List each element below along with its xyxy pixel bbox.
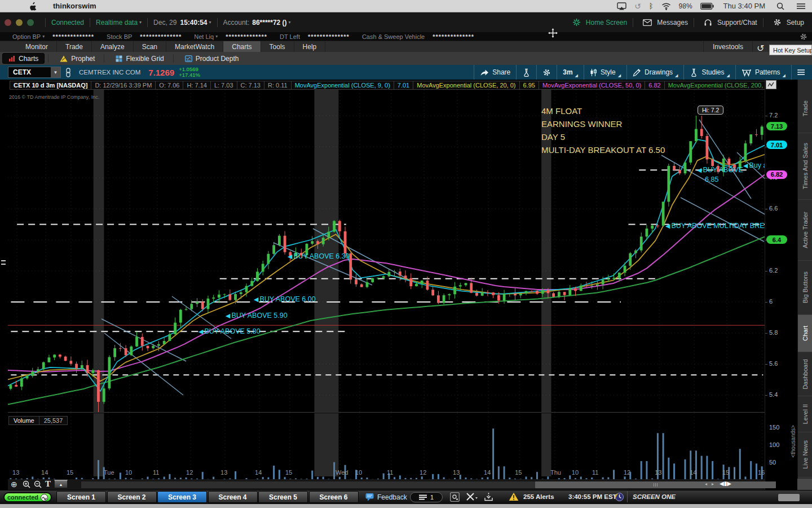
hotkey-history-icon[interactable]: ↺ xyxy=(757,43,764,54)
tab-scan[interactable]: Scan xyxy=(134,41,166,52)
subtab-flexible-grid[interactable]: Flexible Grid xyxy=(110,53,169,64)
screen-button-4[interactable]: Screen 4 xyxy=(208,491,258,503)
toolbar-button-studies[interactable]: Studies◢ xyxy=(683,65,735,80)
bluetooth-icon[interactable]: ᛒ xyxy=(645,0,657,12)
battery-percentage[interactable]: 98% xyxy=(675,0,696,12)
trade-settings-icon[interactable] xyxy=(450,492,460,502)
bottom-right-handle[interactable] xyxy=(778,494,800,501)
wifi-icon[interactable] xyxy=(657,0,675,12)
bp-label[interactable]: Net Liq xyxy=(194,33,214,40)
time-tick-label: 14 xyxy=(690,469,696,476)
airplay-icon[interactable] xyxy=(613,0,630,12)
gadget-tab-level-ii[interactable]: Level II xyxy=(798,396,812,432)
gadget-tab-dashboard[interactable]: Dashboard xyxy=(798,352,812,396)
bp-caret-icon[interactable]: ▾ xyxy=(42,34,45,39)
tab-marketwatch[interactable]: MarketWatch xyxy=(166,41,223,52)
screen-button-1[interactable]: Screen 1 xyxy=(56,491,106,503)
bottom-clock-icon[interactable] xyxy=(615,492,624,502)
study-label[interactable]: MovAvgExponential (CLOSE, 20, 0) xyxy=(413,81,519,90)
subtab-charts[interactable]: Charts xyxy=(2,53,45,64)
price-axis[interactable]: 7.276.86.66.46.265.85.65.47.137.016.826.… xyxy=(765,80,797,490)
toolbar-button-share[interactable]: Share xyxy=(474,65,516,80)
crosshair-tool-icon[interactable]: ⊕ xyxy=(11,480,17,489)
toolbar-button-style[interactable]: Style◢ xyxy=(584,65,626,80)
gadget-tab-trade[interactable]: Trade xyxy=(798,85,812,133)
menu-clock[interactable]: Thu 3:40 PM xyxy=(718,0,771,12)
notification-list-icon[interactable] xyxy=(790,0,812,12)
gadget-tab-live-news[interactable]: Live News xyxy=(798,432,812,478)
tab-tools[interactable]: Tools xyxy=(261,41,294,52)
tools-icon[interactable] xyxy=(466,492,478,501)
screen-button-2[interactable]: Screen 2 xyxy=(107,491,157,503)
ohlc-field: C: 7.13 xyxy=(237,81,264,90)
support-chat-button[interactable]: Support/Chat xyxy=(717,19,757,27)
gadget-tab-times-and-sales[interactable]: Times And Sales xyxy=(798,133,812,200)
tab-help[interactable]: Help xyxy=(294,41,326,52)
price-chart-canvas[interactable] xyxy=(8,90,765,413)
ohlc-field: H: 7.14 xyxy=(183,81,210,90)
left-edge-handle[interactable] xyxy=(1,264,6,265)
chart-hscrollbar-thumb[interactable] xyxy=(535,481,776,488)
screen-button-6[interactable]: Screen 6 xyxy=(309,491,359,503)
account-selector[interactable]: 86*****72 () xyxy=(252,19,286,27)
gadget-tab-big-buttons[interactable]: Big Buttons xyxy=(798,261,812,315)
subtab-prophet[interactable]: Prophet xyxy=(54,53,100,64)
gadget-tab-chart[interactable]: Chart xyxy=(798,315,812,352)
tab-investools[interactable]: Investools xyxy=(703,41,753,52)
zoom-in-icon[interactable] xyxy=(23,480,31,489)
scroll-right-arrow[interactable]: ▸ xyxy=(712,481,714,487)
zoom-out-icon[interactable] xyxy=(34,480,42,489)
alerts-warning-icon[interactable] xyxy=(509,492,519,501)
time-machine-icon[interactable]: ↺ xyxy=(630,0,645,12)
status-time: 15:40:54 xyxy=(180,19,207,27)
screen-button-3[interactable]: Screen 3 xyxy=(157,491,207,503)
bp-bar-gear-icon[interactable] xyxy=(800,33,807,41)
bp-caret-icon[interactable]: ▾ xyxy=(215,34,218,39)
symbol-input[interactable]: CETX ▼ xyxy=(8,67,61,78)
toolbar-button-menu[interactable] xyxy=(791,65,811,80)
tab-charts[interactable]: Charts xyxy=(223,41,261,52)
study-label[interactable]: MovAvgExponential (CLOSE, 9, 0) xyxy=(291,81,394,90)
chart-hscrollbar-track[interactable] xyxy=(81,481,776,488)
realtime-data-dropdown[interactable]: Realtime data xyxy=(96,19,138,27)
dropdown-caret-icon: ◢ xyxy=(618,73,621,78)
spotlight-search-icon[interactable] xyxy=(771,0,790,12)
study-label[interactable]: MovAvgExponential (CLOSE, 200, 0) xyxy=(664,81,774,90)
subtab-product-depth[interactable]: Product Depth xyxy=(179,53,245,64)
screen-button-5[interactable]: Screen 5 xyxy=(258,491,308,503)
window-minimize-button[interactable] xyxy=(16,19,23,26)
toolbar-button-3m[interactable]: 3m◢ xyxy=(557,65,584,80)
symbol-dropdown-caret[interactable]: ▼ xyxy=(51,67,60,77)
feedback-button[interactable]: Feedback xyxy=(365,493,407,501)
messages-button[interactable]: Messages xyxy=(657,19,688,27)
toolbar-button-drawings[interactable]: Drawings◢ xyxy=(626,65,683,80)
tab-trade[interactable]: Trade xyxy=(57,41,92,52)
connection-indicator[interactable]: connected xyxy=(3,492,52,502)
gadget-tab-active-trader[interactable]: Active Trader xyxy=(798,200,812,261)
window-close-button[interactable] xyxy=(5,19,11,26)
tab-analyze[interactable]: Analyze xyxy=(92,41,134,52)
toolbar-button-patterns[interactable]: Patterns◢ xyxy=(735,65,791,80)
collapse-panel-button[interactable]: ▲ xyxy=(54,480,68,488)
battery-icon[interactable] xyxy=(696,0,718,12)
tab-monitor[interactable]: Monitor xyxy=(17,41,57,52)
left-edge-handle[interactable] xyxy=(1,260,6,261)
window-zoom-button[interactable] xyxy=(27,19,34,26)
download-tray-icon[interactable] xyxy=(484,492,493,502)
scroll-left-arrow[interactable]: ◂ xyxy=(705,481,707,487)
bp-item-net-liq: Net Liq▾************** xyxy=(194,33,267,40)
alerts-count[interactable]: 255 Alerts xyxy=(523,493,554,500)
app-menu-title[interactable]: thinkorswim xyxy=(53,2,96,10)
apple-menu-icon[interactable] xyxy=(25,0,41,12)
home-screen-button[interactable]: Home Screen xyxy=(586,19,627,27)
toolbar-button-flask[interactable] xyxy=(516,65,536,80)
layout-counter-pill[interactable]: 1 xyxy=(410,492,443,502)
splitter-icon[interactable]: ◀▮▶ xyxy=(720,480,731,487)
link-chain-icon[interactable] xyxy=(65,68,71,77)
chart-style-toggle-icon[interactable] xyxy=(766,80,776,89)
study-label[interactable]: MovAvgExponential (CLOSE, 50, 0) xyxy=(539,81,645,90)
text-note-tool-icon[interactable]: T xyxy=(45,479,51,489)
setup-button[interactable]: Setup xyxy=(787,19,804,27)
bp-label[interactable]: Option BP xyxy=(12,33,41,40)
toolbar-button-gear[interactable] xyxy=(536,65,557,80)
